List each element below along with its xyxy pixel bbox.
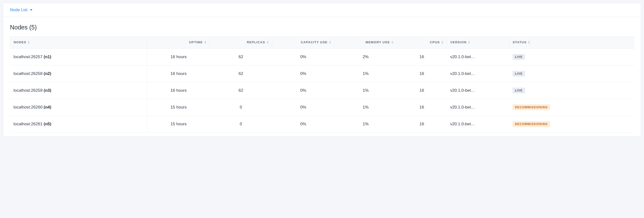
col-header-label: VERSION (450, 40, 467, 44)
content: Nodes (5) NODES (3, 17, 641, 137)
sort-icon (329, 41, 331, 44)
cell-status: LIVE (509, 82, 634, 99)
col-header-label: REPLICAS (247, 40, 265, 44)
status-badge: LIVE (512, 88, 525, 93)
cell-status: DECOMMISSIONING (509, 116, 634, 132)
cell-node[interactable]: localhost:26257 (n1) (10, 48, 147, 65)
cell-capacity: 0% (272, 65, 334, 82)
cell-capacity: 0% (272, 116, 334, 132)
panel: Node List Nodes (5) NODES (3, 3, 641, 137)
cell-capacity: 0% (272, 99, 334, 116)
cell-node[interactable]: localhost:26259 (n3) (10, 82, 147, 99)
cell-memory: 2% (334, 48, 397, 65)
col-header-version[interactable]: VERSION (447, 36, 509, 49)
sort-icon (392, 41, 393, 44)
status-badge: LIVE (512, 71, 525, 77)
node-host: localhost:26260 (14, 105, 42, 109)
cell-status: DECOMMISSIONING (509, 99, 634, 116)
col-header-label: STATUS (513, 40, 526, 44)
table-row: localhost:26260 (n4)15 hours00%1%16v20.1… (10, 99, 634, 116)
cell-memory: 1% (334, 65, 397, 82)
cell-version: v20.1.0-bet… (447, 65, 509, 82)
cell-uptime: 15 hours (147, 116, 210, 132)
node-host: localhost:26257 (14, 54, 42, 59)
cell-status: LIVE (509, 65, 634, 82)
node-id: (n1) (44, 54, 51, 59)
cell-memory: 1% (334, 82, 397, 99)
cell-cpus: 16 (397, 99, 447, 116)
cell-uptime: 15 hours (147, 99, 210, 116)
sort-icon (441, 41, 443, 44)
cell-replicas: 0 (210, 99, 272, 116)
node-id: (n2) (44, 71, 51, 76)
table-header-row: NODES UPTIME (10, 36, 634, 49)
node-id: (n4) (44, 105, 51, 109)
cell-capacity: 0% (272, 82, 334, 99)
table-row: localhost:26261 (n5)15 hours00%1%16v20.1… (10, 116, 634, 132)
table-row: localhost:26258 (n2)16 hours620%1%16v20.… (10, 65, 634, 82)
node-host: localhost:26261 (14, 122, 42, 126)
cell-replicas: 0 (210, 116, 272, 132)
page-title: Nodes (5) (10, 24, 634, 31)
col-header-nodes[interactable]: NODES (10, 36, 147, 49)
cell-node[interactable]: localhost:26261 (n5) (10, 116, 147, 132)
view-dropdown-label: Node List (10, 7, 28, 12)
cell-memory: 1% (334, 99, 397, 116)
cell-cpus: 16 (397, 116, 447, 132)
col-header-label: CPUS (430, 40, 440, 44)
cell-version: v20.1.0-bet… (447, 99, 509, 116)
cell-replicas: 62 (210, 82, 272, 99)
cell-replicas: 62 (210, 48, 272, 65)
col-header-status[interactable]: STATUS (509, 36, 634, 49)
cell-uptime: 16 hours (147, 48, 210, 65)
cell-node[interactable]: localhost:26258 (n2) (10, 65, 147, 82)
status-badge: LIVE (512, 54, 525, 60)
cell-version: v20.1.0-bet… (447, 82, 509, 99)
sort-icon (204, 41, 206, 44)
nodes-table: NODES UPTIME (10, 36, 634, 133)
cell-cpus: 16 (397, 82, 447, 99)
col-header-cpus[interactable]: CPUS (397, 36, 447, 49)
node-host: localhost:26258 (14, 71, 42, 76)
cell-cpus: 16 (397, 48, 447, 65)
col-header-memory[interactable]: MEMORY USE (334, 36, 397, 49)
caret-down-icon (30, 9, 32, 11)
table-row: localhost:26257 (n1)16 hours620%2%16v20.… (10, 48, 634, 65)
cell-cpus: 16 (397, 65, 447, 82)
cell-replicas: 62 (210, 65, 272, 82)
col-header-label: UPTIME (189, 40, 203, 44)
col-header-replicas[interactable]: REPLICAS (210, 36, 272, 49)
node-id: (n3) (44, 88, 51, 93)
sort-icon (528, 41, 530, 44)
cell-uptime: 16 hours (147, 82, 210, 99)
cell-node[interactable]: localhost:26260 (n4) (10, 99, 147, 116)
cell-version: v20.1.0-bet… (447, 48, 509, 65)
status-badge: DECOMMISSIONING (512, 104, 550, 110)
table-row: localhost:26259 (n3)16 hours620%1%16v20.… (10, 82, 634, 99)
sort-icon (468, 41, 470, 44)
dropdown-bar: Node List (3, 3, 641, 17)
cell-memory: 1% (334, 116, 397, 132)
cell-uptime: 16 hours (147, 65, 210, 82)
status-badge: DECOMMISSIONING (512, 121, 550, 127)
sort-icon (28, 41, 30, 44)
node-id: (n5) (44, 122, 51, 126)
node-host: localhost:26259 (14, 88, 42, 93)
cell-status: LIVE (509, 48, 634, 65)
view-dropdown[interactable]: Node List (10, 7, 32, 12)
cell-version: v20.1.0-bet… (447, 116, 509, 132)
cell-capacity: 0% (272, 48, 334, 65)
sort-icon (267, 41, 269, 44)
col-header-capacity[interactable]: CAPACITY USE (272, 36, 334, 49)
col-header-label: NODES (14, 40, 26, 44)
col-header-uptime[interactable]: UPTIME (147, 36, 210, 49)
col-header-label: MEMORY USE (366, 40, 390, 44)
col-header-label: CAPACITY USE (301, 40, 328, 44)
